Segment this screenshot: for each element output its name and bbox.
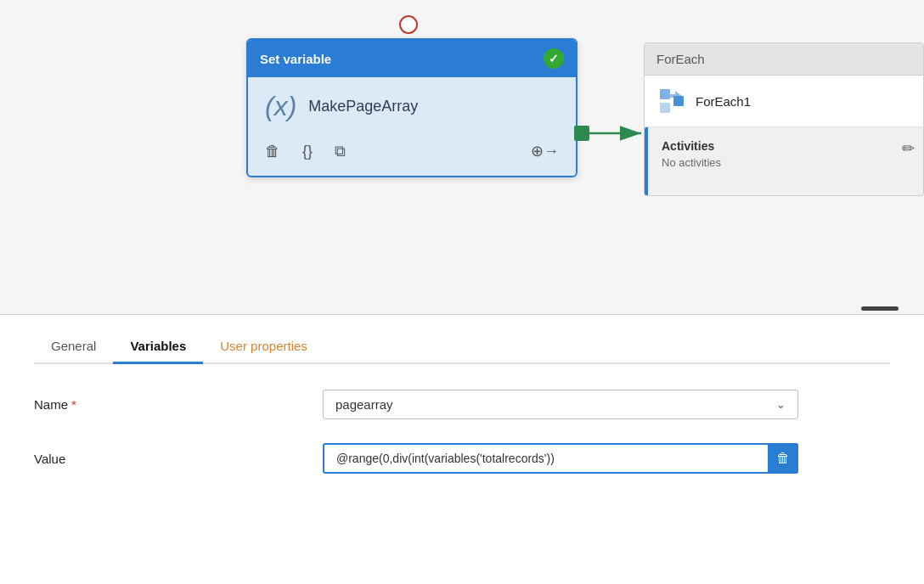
svg-rect-3 — [660, 89, 670, 99]
card-actions: 🗑 {} ⧉ ⊕→ — [248, 132, 576, 176]
name-label: Name* — [34, 397, 323, 412]
tab-variables[interactable]: Variables — [113, 332, 203, 364]
value-input-wrapper: 🗑 — [323, 443, 798, 474]
svg-rect-4 — [660, 103, 670, 113]
activities-title: Activities — [662, 139, 893, 153]
foreach-panel: ForEach ForEach1 Activities No activitie… — [644, 42, 924, 196]
name-control-wrapper: pagearray ⌄ — [323, 390, 798, 419]
variable-icon: (x) — [265, 93, 296, 120]
name-required-star: * — [71, 397, 76, 412]
tab-user-properties[interactable]: User properties — [203, 332, 324, 364]
value-delete-button[interactable]: 🗑 — [768, 443, 798, 474]
foreach-header-label: ForEach — [656, 52, 705, 66]
tab-bar: General Variables User properties — [34, 315, 890, 364]
braces-action-button[interactable]: {} — [299, 139, 316, 164]
top-connector[interactable] — [399, 15, 418, 34]
activities-empty: No activities — [662, 156, 893, 169]
canvas-area: Set variable ✓ (x) MakePageArray 🗑 {} ⧉ … — [0, 0, 924, 314]
panel-divider — [0, 314, 924, 315]
delete-action-button[interactable]: 🗑 — [262, 139, 284, 164]
edit-activities-button[interactable]: ✏ — [902, 139, 915, 158]
variable-name-text: MakePageArray — [308, 98, 418, 115]
copy-action-button[interactable]: ⧉ — [331, 139, 349, 164]
card-body: (x) MakePageArray — [248, 77, 576, 132]
form-section: Name* pagearray ⌄ Value 🗑 — [34, 364, 890, 474]
activities-section: Activities No activities ✏ — [645, 127, 923, 195]
name-value: pagearray — [335, 397, 393, 412]
resize-handle[interactable] — [861, 306, 899, 311]
check-icon: ✓ — [544, 48, 564, 69]
chevron-down-icon: ⌄ — [776, 398, 786, 411]
card-header: Set variable ✓ — [248, 40, 576, 77]
foreach-item-icon — [658, 87, 685, 115]
foreach-item[interactable]: ForEach1 — [645, 76, 923, 127]
bottom-panel: General Variables User properties Name* … — [0, 315, 924, 584]
card-title: Set variable — [260, 52, 544, 66]
set-variable-card: Set variable ✓ (x) MakePageArray 🗑 {} ⧉ … — [246, 38, 578, 177]
name-form-row: Name* pagearray ⌄ — [34, 390, 890, 419]
foreach-header: ForEach — [645, 43, 923, 76]
value-form-row: Value 🗑 — [34, 443, 890, 474]
add-next-action-button[interactable]: ⊕→ — [527, 138, 562, 164]
tab-general[interactable]: General — [34, 332, 113, 364]
value-label: Value — [34, 452, 323, 466]
foreach-item-name: ForEach1 — [696, 94, 751, 109]
value-input[interactable] — [323, 443, 798, 474]
name-dropdown[interactable]: pagearray ⌄ — [323, 390, 798, 419]
activities-content: Activities No activities — [648, 127, 923, 195]
